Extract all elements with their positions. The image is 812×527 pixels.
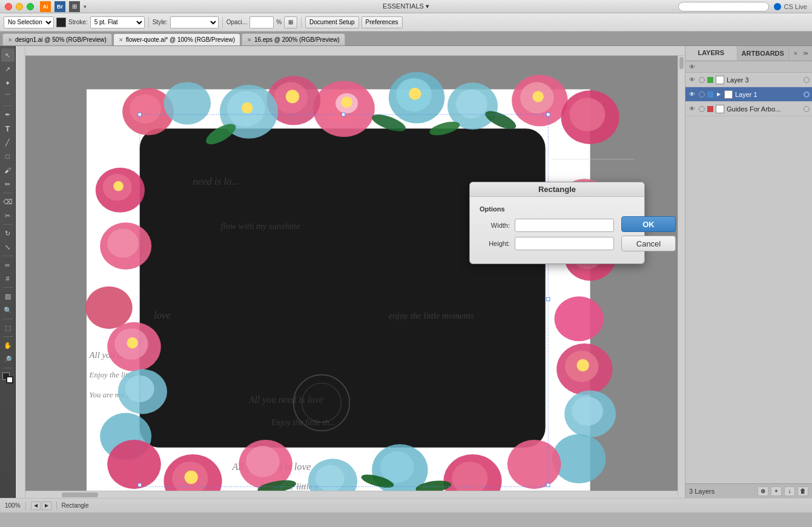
tab-label: design1.ai @ 50% (RGB/Preview) bbox=[15, 36, 107, 43]
tab-close-icon-2[interactable]: ✕ bbox=[119, 37, 124, 43]
type-tool[interactable]: T bbox=[1, 122, 15, 135]
magic-wand-tool[interactable]: ✦ bbox=[1, 76, 15, 90]
blend-tool[interactable]: ∞ bbox=[1, 258, 15, 271]
layer1-visibility-icon[interactable]: 👁 bbox=[688, 90, 696, 99]
svg-point-42 bbox=[113, 181, 124, 191]
svg-point-58 bbox=[554, 296, 603, 341]
fill-stroke-swatches[interactable] bbox=[1, 371, 15, 385]
guides-lock-icon[interactable] bbox=[699, 106, 705, 112]
layer3-visibility-icon[interactable]: 👁 bbox=[688, 76, 696, 84]
tool-separator-3 bbox=[3, 224, 13, 225]
svg-point-27 bbox=[456, 89, 487, 118]
guides-visibility-icon[interactable]: 👁 bbox=[688, 105, 696, 113]
essentials-menu[interactable]: ESSENTIALS ▾ bbox=[383, 2, 429, 10]
tab-close-icon[interactable]: ✕ bbox=[8, 37, 13, 43]
pen-tool[interactable]: ✒ bbox=[1, 108, 15, 121]
selection-tool[interactable]: ↖ bbox=[1, 48, 15, 62]
minimize-window-button[interactable] bbox=[16, 3, 23, 10]
eraser-tool[interactable]: ⌫ bbox=[1, 195, 15, 208]
dropdown-arrow-icon[interactable]: ▾ bbox=[84, 4, 87, 10]
panel-more-icon[interactable]: ≫ bbox=[801, 49, 810, 58]
document-setup-button[interactable]: Document Setup bbox=[305, 16, 359, 28]
svg-point-61 bbox=[576, 359, 589, 371]
cs-live-button[interactable]: CS Live bbox=[774, 3, 807, 10]
svg-point-73 bbox=[380, 451, 414, 483]
cancel-button[interactable]: Cancel bbox=[621, 236, 676, 251]
stroke-color-swatch[interactable] bbox=[56, 18, 66, 27]
height-input[interactable]: 8 bbox=[515, 237, 614, 250]
paintbrush-tool[interactable]: 🖌 bbox=[1, 164, 15, 177]
svg-point-69 bbox=[246, 446, 279, 477]
opacity-options-button[interactable]: ⊞ bbox=[284, 16, 297, 28]
svg-point-35 bbox=[163, 82, 211, 124]
guides-target[interactable] bbox=[804, 106, 810, 112]
style-select[interactable] bbox=[170, 16, 219, 28]
layer1-lock-icon[interactable] bbox=[699, 91, 705, 98]
canvas-area[interactable]: need is lo... flow with my sunshine love… bbox=[16, 46, 685, 498]
line-tool[interactable]: ╱ bbox=[1, 136, 15, 149]
maximize-window-button[interactable] bbox=[27, 3, 34, 10]
tab-close-icon-3[interactable]: ✕ bbox=[247, 37, 252, 43]
tab-16eps[interactable]: ✕ 16.eps @ 200% (RGB/Preview) bbox=[242, 33, 345, 45]
pencil-tool[interactable]: ✏ bbox=[1, 177, 15, 191]
rotate-tool[interactable]: ↻ bbox=[1, 227, 15, 240]
layer1-expand-icon[interactable]: ▶ bbox=[716, 91, 722, 98]
svg-point-67 bbox=[185, 471, 198, 484]
layer3-color bbox=[707, 77, 713, 83]
prev-page-button[interactable]: ◀ bbox=[31, 502, 41, 510]
layer-row-guides[interactable]: 👁 Guides For Arbo... bbox=[685, 102, 812, 116]
stroke-width-select[interactable]: 5 pt. Flat bbox=[90, 16, 145, 28]
svg-text:flow with my sunshine: flow with my sunshine bbox=[221, 221, 300, 231]
delete-layer-button[interactable]: 🗑 bbox=[797, 486, 808, 496]
make-sublayer-button[interactable]: ⊕ bbox=[758, 486, 768, 496]
layer-row-1[interactable]: 👁 ▶ Layer 1 bbox=[685, 87, 812, 102]
stroke-swatch-tool[interactable] bbox=[6, 376, 13, 383]
panel-menu-icon[interactable]: ≡ bbox=[791, 49, 800, 58]
width-label: Width: bbox=[480, 222, 510, 229]
lasso-tool[interactable]: ⌒ bbox=[1, 90, 15, 104]
layer3-target[interactable] bbox=[804, 77, 810, 83]
tab-flower-quote[interactable]: ✕ flower-quote.ai* @ 100% (RGB/Preview) bbox=[113, 33, 240, 45]
create-layer-button[interactable]: + bbox=[771, 486, 782, 496]
panel-tabs: LAYERS ARTBOARDS ≡ ≫ bbox=[685, 46, 812, 61]
width-input[interactable]: 10 in bbox=[515, 219, 614, 232]
direct-selection-tool[interactable]: ↗ bbox=[1, 62, 15, 76]
artboard-tool[interactable]: ⬚ bbox=[1, 321, 15, 334]
stroke-label: Stroke: bbox=[68, 19, 88, 25]
tab-layers[interactable]: LAYERS bbox=[685, 46, 738, 61]
layer1-target[interactable] bbox=[804, 91, 810, 98]
zoom-tool[interactable]: 🔎 bbox=[1, 353, 15, 366]
app-icons: Ai Br ⊞ ▾ bbox=[40, 1, 87, 12]
preferences-button[interactable]: Preferences bbox=[361, 16, 403, 28]
svg-point-52 bbox=[107, 440, 161, 489]
vertical-scrollbar[interactable] bbox=[678, 56, 685, 498]
eyedropper-tool[interactable]: 🔍 bbox=[1, 303, 15, 317]
tab-design1[interactable]: ✕ design1.ai @ 50% (RGB/Preview) bbox=[2, 33, 112, 45]
gradient-tool[interactable]: ▨ bbox=[1, 290, 15, 303]
close-window-button[interactable] bbox=[5, 3, 12, 10]
horizontal-scrollbar[interactable] bbox=[25, 491, 678, 498]
scrollbar-thumb-h[interactable] bbox=[62, 492, 98, 497]
tool-select[interactable]: No Selection bbox=[4, 16, 54, 28]
next-page-button[interactable]: ▶ bbox=[42, 502, 51, 510]
scissors-tool[interactable]: ✂ bbox=[1, 209, 15, 222]
tab-artboards[interactable]: ARTBOARDS bbox=[738, 46, 790, 61]
scale-tool[interactable]: ⤡ bbox=[1, 240, 15, 254]
layer3-lock-icon[interactable] bbox=[699, 77, 705, 83]
move-to-layer-button[interactable]: ↓ bbox=[784, 486, 795, 496]
rectangle-tool[interactable]: □ bbox=[1, 150, 15, 163]
mesh-tool[interactable]: # bbox=[1, 272, 15, 285]
layer-row-3[interactable]: 👁 Layer 3 bbox=[685, 73, 812, 87]
layer1-name: Layer 1 bbox=[735, 91, 801, 98]
opacity-input[interactable]: 100 bbox=[249, 16, 274, 28]
ok-button[interactable]: OK bbox=[621, 216, 676, 232]
scrollbar-thumb[interactable] bbox=[679, 57, 684, 69]
panel-bottom: 3 Layers ⊕ + ↓ 🗑 bbox=[685, 483, 812, 498]
layer3-swatch bbox=[716, 76, 724, 84]
grid-app-icon[interactable]: ⊞ bbox=[69, 1, 80, 12]
hand-tool[interactable]: ✋ bbox=[1, 339, 15, 352]
search-input[interactable] bbox=[678, 2, 769, 12]
svg-point-48 bbox=[127, 337, 137, 348]
layer1-color bbox=[707, 91, 713, 98]
toolbar-separator-3 bbox=[301, 17, 302, 28]
